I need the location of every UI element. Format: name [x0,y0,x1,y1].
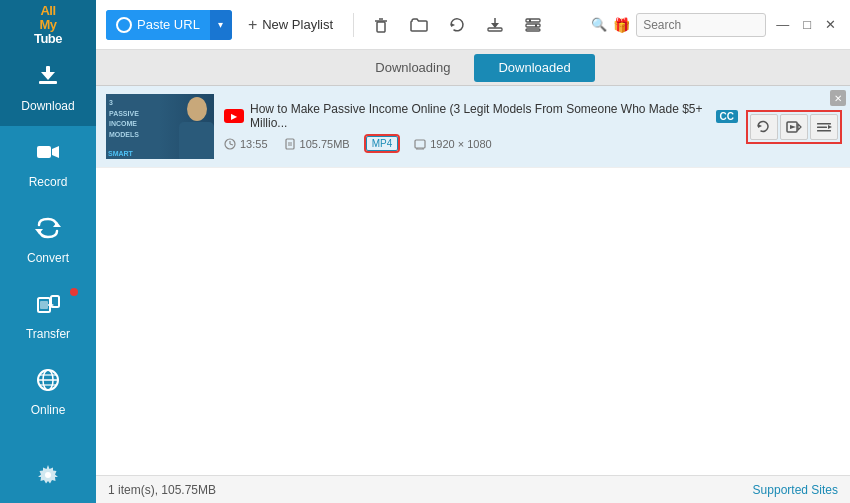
svg-marker-24 [491,23,499,28]
file-icon [284,138,296,150]
svg-marker-21 [451,23,455,27]
thumb-mart-label: SMART [108,150,133,157]
tab-downloaded[interactable]: Downloaded [474,54,594,82]
search-input[interactable] [636,13,766,37]
video-title-row: How to Make Passive Income Online (3 Leg… [224,102,738,130]
format-badge[interactable]: MP4 [366,136,399,151]
svg-rect-47 [817,126,827,128]
svg-rect-25 [526,19,540,22]
trash-icon [372,16,390,34]
format-meta: MP4 [366,136,399,151]
paste-url-main[interactable]: Paste URL [106,10,210,40]
sidebar-item-transfer[interactable]: Transfer [0,278,96,354]
sidebar-item-online[interactable]: Online [0,354,96,430]
paste-url-dropdown[interactable]: ▾ [210,10,232,40]
menu-action-button[interactable] [810,114,838,140]
convert-action-icon [756,119,772,135]
minimize-button[interactable]: — [772,17,793,32]
sidebar-download-label: Download [21,99,74,113]
convert-action-button[interactable] [750,114,778,140]
svg-marker-42 [758,124,762,128]
settings2-button[interactable] [518,12,548,38]
transfer-icon [35,291,61,321]
svg-marker-44 [798,124,801,130]
svg-marker-5 [53,222,61,227]
record-icon [35,139,61,169]
import-icon [486,16,504,34]
sidebar-item-download[interactable]: Download [0,50,96,126]
svg-rect-46 [817,123,831,125]
status-count: 1 item(s), 105.75MB [108,483,216,497]
sidebar-record-label: Record [29,175,68,189]
refresh-button[interactable] [442,12,472,38]
folder-button[interactable] [404,12,434,38]
wrench-icon [524,16,542,34]
main-content: Paste URL ▾ + New Playlist [96,0,850,503]
svg-rect-0 [39,81,57,84]
new-playlist-label: New Playlist [262,17,333,32]
svg-marker-2 [41,72,55,80]
sidebar-transfer-label: Transfer [26,327,70,341]
toolbar: Paste URL ▾ + New Playlist [96,0,850,50]
paste-url-button[interactable]: Paste URL ▾ [106,10,232,40]
refresh-icon [448,16,466,34]
duration-meta: 13:55 [224,138,268,150]
resolution-meta: 1920 × 1080 [414,138,491,150]
plus-circle-icon [116,17,132,33]
svg-rect-18 [377,22,385,32]
thumb-person [159,94,214,159]
svg-rect-48 [817,130,831,132]
transfer-badge [70,288,78,296]
cc-badge: CC [716,110,738,123]
paste-url-label: Paste URL [137,17,200,32]
preview-action-button[interactable] [780,114,808,140]
svg-rect-29 [535,24,537,27]
svg-rect-28 [529,19,531,22]
svg-rect-31 [179,122,214,159]
svg-rect-8 [40,301,48,309]
tab-bar: Downloading Downloaded [96,50,850,86]
size-value: 105.75MB [300,138,350,150]
sidebar-item-convert[interactable]: Convert [0,202,96,278]
online-icon [35,367,61,397]
download-icon [35,63,61,93]
video-meta: 13:55 105.75MB MP4 [224,136,738,151]
duration-value: 13:55 [240,138,268,150]
sidebar-item-record[interactable]: Record [0,126,96,202]
resolution-value: 1920 × 1080 [430,138,491,150]
close-button[interactable]: ✕ [821,17,840,32]
play-action-icon [786,119,802,135]
resolution-icon [414,138,426,150]
svg-marker-45 [790,125,796,129]
svg-marker-4 [52,146,59,158]
sidebar-online-label: Online [31,403,66,417]
help-icon[interactable]: 🔍 [591,17,607,32]
tab-downloading[interactable]: Downloading [351,54,474,82]
item-close-button[interactable]: ✕ [830,90,846,106]
youtube-icon [224,109,244,123]
import-button[interactable] [480,12,510,38]
video-title: How to Make Passive Income Online (3 Leg… [250,102,710,130]
svg-rect-27 [526,29,540,31]
sidebar-settings[interactable] [0,455,96,495]
settings-icon [37,464,59,486]
toolbar-separator-1 [353,13,354,37]
maximize-button[interactable]: □ [799,17,815,32]
folder-icon [410,16,428,34]
delete-button[interactable] [366,12,396,38]
svg-rect-35 [286,139,294,149]
thumb-text-block: 3 PASSIVE INCOME MODELS [109,98,139,140]
video-thumbnail: 3 PASSIVE INCOME MODELS SMART [106,94,214,159]
status-bar: 1 item(s), 105.75MB Supported Sites [96,475,850,503]
new-playlist-plus-icon: + [248,16,257,34]
video-item: 3 PASSIVE INCOME MODELS SMART [96,86,850,168]
video-info: How to Make Passive Income Online (3 Leg… [224,102,738,151]
sidebar-convert-label: Convert [27,251,69,265]
gift-icon[interactable]: 🎁 [613,17,630,33]
size-meta: 105.75MB [284,138,350,150]
svg-rect-22 [488,28,502,31]
menu-action-icon [816,119,832,135]
new-playlist-button[interactable]: + New Playlist [240,10,341,40]
app-logo: AllMyTube [0,0,96,50]
supported-sites-link[interactable]: Supported Sites [753,483,838,497]
